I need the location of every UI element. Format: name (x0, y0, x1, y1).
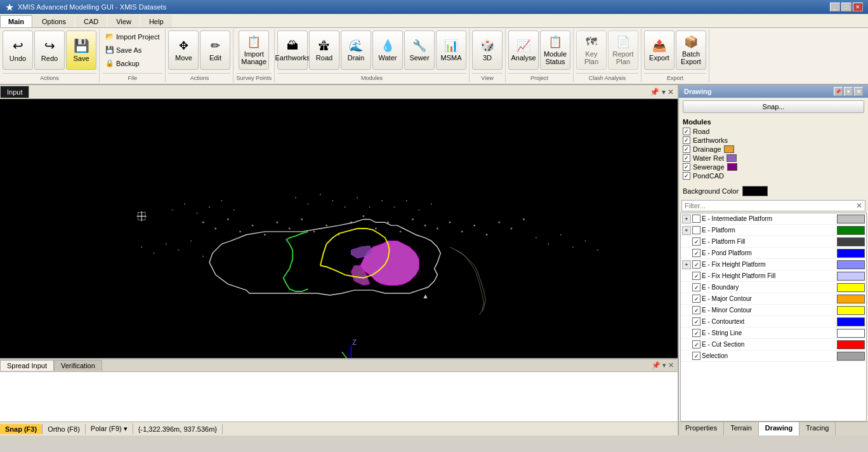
drawing-tab[interactable]: Drawing (759, 422, 799, 435)
check-e-fix-height-platform-fill[interactable]: ✓ (692, 272, 700, 280)
expand-e-platform[interactable]: + (682, 226, 691, 235)
ortho-status[interactable]: Ortho (F8) (43, 424, 86, 434)
maximize-button[interactable]: □ (841, 3, 852, 11)
input-tab[interactable]: Input (0, 86, 29, 98)
bg-color-swatch[interactable] (742, 186, 768, 196)
tab-main[interactable]: Main (0, 15, 32, 27)
save-as-label: Save As (116, 46, 141, 54)
ribbon-group-survey: 📋 Import Manage Survey Points (233, 29, 275, 83)
panel-close-button[interactable]: ✕ (854, 87, 863, 96)
3d-button[interactable]: 🎲 3D (472, 30, 503, 70)
module-water-ret-check[interactable]: ✓ (683, 154, 690, 162)
batch-export-button[interactable]: 📦 Batch Export (676, 30, 706, 70)
module-pondcad: ✓ PondCAD (683, 172, 864, 180)
check-e-contourtext[interactable]: ✓ (692, 317, 700, 326)
filter-clear-icon[interactable]: ✕ (856, 201, 862, 210)
import-manage-icon: 📋 (247, 35, 261, 49)
verification-tab[interactable]: Verification (54, 360, 102, 371)
svg-point-43 (406, 200, 407, 201)
water-button[interactable]: 💧 Water (372, 30, 403, 70)
layer-e-major-contour[interactable]: ✓ E - Major Contour (681, 293, 866, 305)
report-plan-button[interactable]: 📄 Report Plan (608, 30, 638, 70)
export-button[interactable]: 📤 Export (644, 30, 674, 70)
check-e-intermediate-platform[interactable] (692, 215, 700, 223)
spread-input-tab[interactable]: Spread Input (0, 360, 54, 371)
module-pondcad-check[interactable]: ✓ (683, 172, 690, 180)
import-manage-label: Import Manage (241, 50, 266, 65)
snap-button[interactable]: Snap... (683, 100, 864, 113)
check-e-platform[interactable] (692, 226, 700, 234)
save-button[interactable]: 💾 Save (66, 30, 96, 70)
import-project-button[interactable]: 📂 Import Project (102, 30, 162, 43)
layer-e-fix-height-platform-fill[interactable]: ✓ E - Fix Height Platform Fill (681, 270, 866, 282)
import-manage-button[interactable]: 📋 Import Manage (239, 30, 269, 70)
close-button[interactable]: ✕ (853, 3, 863, 11)
save-icon: 💾 (74, 38, 89, 53)
tab-cad[interactable]: CAD (76, 15, 107, 27)
check-e-fix-height-platform[interactable]: ✓ (692, 260, 700, 269)
layer-e-intermediate-platform[interactable]: + E - Intermediate Platform (681, 213, 866, 225)
terrain-tab[interactable]: Terrain (724, 422, 759, 435)
msma-button[interactable]: 📊 MSMA (436, 30, 466, 70)
layer-e-contourtext[interactable]: ✓ E - Contourtext (681, 316, 866, 328)
road-button[interactable]: 🛣 Road (309, 30, 339, 70)
layer-e-pond-platform[interactable]: ✓ E - Pond Platform (681, 248, 866, 259)
tab-options[interactable]: Options (34, 15, 74, 27)
module-drainage-check[interactable]: ✓ (683, 145, 690, 153)
check-e-string-line[interactable]: ✓ (692, 329, 700, 337)
check-e-boundary[interactable]: ✓ (692, 283, 700, 291)
move-button[interactable]: ✥ Move (168, 30, 199, 70)
canvas-area[interactable]: Z ▲ (0, 99, 678, 358)
svg-point-37 (332, 200, 333, 201)
panel-arrow-button[interactable]: ▾ (844, 87, 853, 96)
tab-help[interactable]: Help (141, 15, 172, 27)
layer-e-fix-height-platform[interactable]: + ✓ E - Fix Height Platform (681, 259, 866, 270)
spread-wrapper: Spread Input Verification 📌 ▾ ✕ (0, 358, 678, 422)
check-e-pond-platform[interactable]: ✓ (692, 249, 700, 257)
module-road-check[interactable]: ✓ (683, 128, 690, 135)
check-e-cut-section[interactable]: ✓ (692, 340, 700, 349)
redo-button[interactable]: ↪ Redo (34, 30, 65, 70)
svg-point-26 (511, 228, 513, 230)
layer-e-cut-section[interactable]: ✓ E - Cut Section (681, 339, 866, 350)
save-as-button[interactable]: 💾 Save As (102, 44, 145, 56)
layer-e-boundary[interactable]: ✓ E - Boundary (681, 282, 866, 293)
tracing-tab[interactable]: Tracing (799, 422, 836, 435)
earthworks-button[interactable]: 🏔 Earthworks (277, 30, 308, 70)
filter-input[interactable] (685, 202, 856, 209)
color-e-boundary (837, 283, 865, 292)
key-plan-button[interactable]: 🗺 Key Plan (576, 30, 607, 70)
layer-e-platform[interactable]: + E - Platform (681, 225, 866, 236)
backup-button[interactable]: 🔒 Backup (102, 57, 143, 69)
module-earthworks-check[interactable]: ✓ (683, 136, 690, 144)
layer-e-platform-fill[interactable]: ✓ E - Platform Fill (681, 236, 866, 248)
sewer-button[interactable]: 🔧 Sewer (404, 30, 435, 70)
check-e-platform-fill[interactable]: ✓ (692, 237, 700, 246)
check-selection[interactable]: ✓ (692, 352, 700, 360)
layer-e-string-line[interactable]: ✓ E - String Line (681, 328, 866, 339)
drain-button[interactable]: 🌊 Drain (341, 30, 371, 70)
module-status-icon: 📋 (548, 35, 562, 49)
svg-point-15 (375, 228, 377, 230)
check-e-minor-contour[interactable]: ✓ (692, 306, 700, 314)
panel-pin-button[interactable]: 📌 (834, 87, 843, 96)
layer-selection[interactable]: ✓ Selection (681, 350, 866, 362)
file-content: 📂 Import Project 💾 Save As 🔒 Backup (102, 30, 162, 73)
tab-view[interactable]: View (108, 15, 140, 27)
canvas-pin[interactable]: 📌 ▾ ✕ (646, 86, 678, 98)
expand-e-fix-height-platform[interactable]: + (682, 260, 691, 269)
snap-status[interactable]: Snap (F3) (0, 424, 43, 434)
properties-tab[interactable]: Properties (679, 422, 724, 435)
layer-e-minor-contour[interactable]: ✓ E - Minor Contour (681, 305, 866, 316)
module-status-button[interactable]: 📋 Module Status (540, 30, 570, 70)
undo-button[interactable]: ↩ Undo (3, 30, 33, 70)
expand-e-intermediate-platform[interactable]: + (682, 215, 691, 223)
minimize-button[interactable]: _ (830, 3, 840, 11)
edit-button[interactable]: ✏ Edit (200, 30, 230, 70)
spread-pin[interactable]: 📌 ▾ ✕ (648, 360, 678, 371)
check-e-major-contour[interactable]: ✓ (692, 295, 700, 303)
analyse-button[interactable]: 📈 Analyse (508, 30, 539, 70)
analyse-icon: 📈 (516, 39, 530, 53)
module-sewerage-check[interactable]: ✓ (683, 163, 690, 171)
polar-status[interactable]: Polar (F9) ▾ (86, 423, 133, 434)
